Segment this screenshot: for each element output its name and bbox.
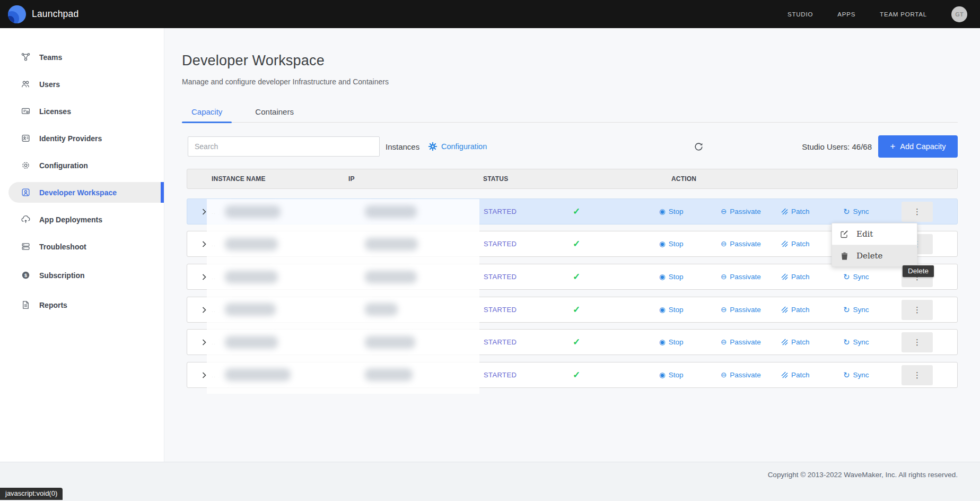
sync-action[interactable]: ↻Sync: [843, 297, 869, 322]
nav-link-apps[interactable]: APPS: [837, 11, 855, 18]
expand-chevron-icon[interactable]: [202, 199, 206, 224]
redacted-instance-name: [225, 238, 278, 250]
add-capacity-button[interactable]: + Add Capacity: [878, 135, 958, 158]
page-footer: Copyright © 2013-2022 WaveMaker, Inc. Al…: [0, 462, 980, 501]
redacted-ip: [365, 368, 413, 381]
sidebar-item-label: Identity Providers: [39, 134, 102, 143]
sidebar: Teams Users Licenses Identity Providers …: [0, 28, 164, 462]
menu-item-delete[interactable]: Delete: [832, 245, 917, 266]
tab-containers[interactable]: Containers: [246, 101, 303, 122]
passivate-action[interactable]: ⊖Passivate: [721, 199, 761, 224]
configuration-link[interactable]: Configuration: [428, 136, 487, 157]
redacted-instance-name: [225, 205, 281, 218]
sidebar-item-subscription[interactable]: $ Subscription: [0, 262, 164, 289]
column-action: ACTION: [671, 169, 696, 188]
top-navbar: Launchpad STUDIO APPS TEAM PORTAL GT: [0, 0, 980, 28]
sidebar-item-licenses[interactable]: Licenses: [0, 98, 164, 125]
passivate-icon: ⊖: [721, 208, 727, 215]
sync-action[interactable]: ↻Sync: [843, 330, 869, 355]
sidebar-item-label: Developer Workspace: [39, 188, 117, 197]
passivate-action[interactable]: ⊖Passivate: [721, 362, 761, 387]
column-instance-name: INSTANCE NAME: [212, 169, 266, 188]
expand-chevron-icon[interactable]: [202, 297, 206, 322]
sync-action[interactable]: ↻Sync: [843, 264, 869, 289]
stop-icon: ◉: [659, 372, 666, 379]
status-check-icon: ✓: [573, 330, 580, 355]
sidebar-item-configuration[interactable]: Configuration: [0, 152, 164, 179]
sidebar-item-label: Troubleshoot: [39, 243, 86, 251]
kebab-icon: ⋮: [913, 370, 921, 380]
passivate-action[interactable]: ⊖Passivate: [721, 231, 761, 256]
status-check-icon: ✓: [573, 199, 580, 224]
kebab-icon: ⋮: [913, 338, 921, 347]
stop-action[interactable]: ◉Stop: [659, 362, 684, 387]
sync-action[interactable]: ↻Sync: [843, 362, 869, 387]
troubleshoot-icon: [21, 242, 30, 251]
instances-label: Instances: [386, 136, 419, 157]
search-input[interactable]: [188, 136, 380, 157]
browser-status-bar: javascript:void(0): [0, 488, 63, 500]
table-header: INSTANCE NAME IP STATUS ACTION: [187, 169, 958, 189]
sync-label: Sync: [853, 338, 869, 346]
row-menu-button[interactable]: ⋮: [902, 202, 933, 222]
passivate-action[interactable]: ⊖Passivate: [721, 297, 761, 322]
patch-icon: [781, 240, 788, 247]
kebab-icon: ⋮: [913, 305, 921, 315]
gear-icon: [428, 142, 438, 151]
expand-chevron-icon[interactable]: [202, 362, 206, 387]
passivate-label: Passivate: [730, 338, 761, 346]
expand-chevron-icon[interactable]: [202, 264, 206, 289]
sidebar-item-identity-providers[interactable]: Identity Providers: [0, 125, 164, 152]
kebab-icon: ⋮: [913, 207, 921, 217]
edit-icon: [840, 230, 848, 238]
patch-icon: [781, 306, 788, 313]
nav-link-team-portal[interactable]: TEAM PORTAL: [880, 11, 927, 18]
expand-chevron-icon[interactable]: [202, 231, 206, 256]
menu-item-edit[interactable]: Edit: [832, 223, 917, 245]
nav-link-studio[interactable]: STUDIO: [788, 11, 813, 18]
sync-action[interactable]: ↻Sync: [843, 199, 869, 224]
refresh-button[interactable]: [694, 136, 704, 157]
patch-action[interactable]: Patch: [781, 362, 810, 387]
sidebar-item-developer-workspace[interactable]: Developer Workspace: [0, 179, 164, 206]
passivate-action[interactable]: ⊖Passivate: [721, 264, 761, 289]
stop-icon: ◉: [659, 306, 666, 314]
refresh-icon: [694, 142, 704, 152]
patch-action[interactable]: Patch: [781, 231, 810, 256]
stop-action[interactable]: ◉Stop: [659, 231, 684, 256]
patch-icon: [781, 208, 788, 215]
patch-action[interactable]: Patch: [781, 330, 810, 355]
app-deployments-icon: [21, 215, 30, 224]
sidebar-item-label: Licenses: [39, 107, 71, 116]
sidebar-item-teams[interactable]: Teams: [0, 44, 164, 71]
sync-icon: ↻: [843, 273, 850, 281]
sidebar-item-troubleshoot[interactable]: Troubleshoot: [0, 233, 164, 260]
sync-icon: ↻: [843, 306, 850, 314]
row-menu-button[interactable]: ⋮: [902, 300, 933, 320]
delete-tooltip: Delete: [903, 265, 934, 277]
redacted-ip: [365, 303, 398, 316]
stop-action[interactable]: ◉Stop: [659, 199, 684, 224]
sidebar-item-reports[interactable]: Reports: [0, 291, 164, 318]
patch-action[interactable]: Patch: [781, 199, 810, 224]
status-text: STARTED: [484, 330, 517, 355]
stop-label: Stop: [669, 208, 684, 215]
tab-capacity[interactable]: Capacity: [182, 101, 232, 122]
sidebar-item-app-deployments[interactable]: App Deployments: [0, 206, 164, 233]
patch-action[interactable]: Patch: [781, 264, 810, 289]
row-menu-button[interactable]: ⋮: [902, 332, 933, 352]
patch-action[interactable]: Patch: [781, 297, 810, 322]
stop-action[interactable]: ◉Stop: [659, 330, 684, 355]
passivate-action[interactable]: ⊖Passivate: [721, 330, 761, 355]
expand-chevron-icon[interactable]: [202, 330, 206, 355]
stop-action[interactable]: ◉Stop: [659, 297, 684, 322]
redacted-instance-name: [225, 368, 291, 381]
row-menu-button[interactable]: ⋮: [902, 365, 933, 385]
identity-providers-icon: [21, 134, 30, 143]
sidebar-item-users[interactable]: Users: [0, 71, 164, 98]
stop-action[interactable]: ◉Stop: [659, 264, 684, 289]
plus-icon: +: [890, 141, 895, 152]
sync-icon: ↻: [843, 338, 850, 346]
user-avatar[interactable]: GT: [951, 6, 967, 22]
column-status: STATUS: [483, 169, 508, 188]
